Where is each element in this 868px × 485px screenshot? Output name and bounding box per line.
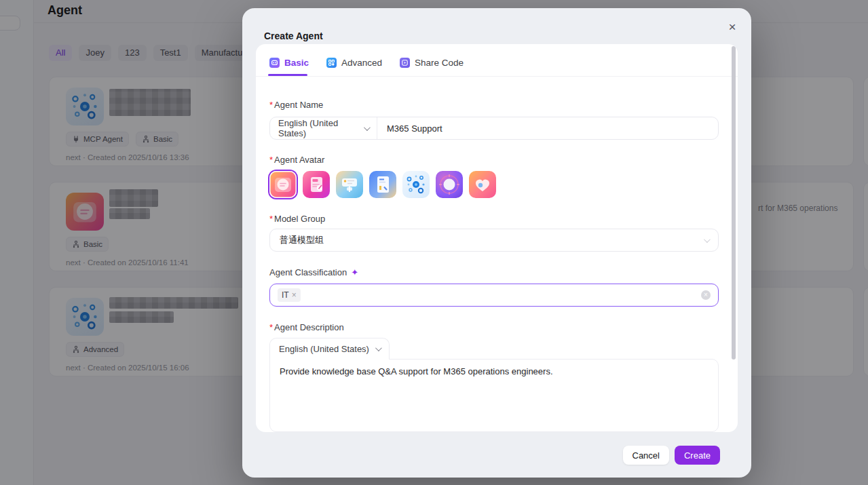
basic-tab-icon (269, 58, 280, 68)
clear-input-icon[interactable]: × (701, 290, 711, 300)
advanced-tab-icon (326, 58, 337, 68)
modal-footer: Cancel Create (623, 446, 721, 465)
avatar-option-chat[interactable] (269, 171, 297, 198)
chevron-down-icon (364, 124, 371, 131)
avatar-options (269, 171, 496, 198)
avatar-option-faq[interactable] (303, 171, 330, 198)
tab-basic[interactable]: Basic (269, 58, 309, 68)
cancel-button[interactable]: Cancel (623, 446, 669, 465)
ai-sparkle-icon[interactable]: ✦ (351, 267, 358, 277)
avatar-option-document[interactable] (369, 171, 396, 198)
model-group-select[interactable]: 普通模型组 (269, 229, 719, 252)
classification-tag-it: IT × (278, 288, 301, 302)
create-agent-modal: Create Agent × Basic Advanced Share Code (242, 8, 751, 478)
close-icon[interactable]: × (724, 19, 740, 35)
create-agent-form: Basic Advanced Share Code *Agent Name (256, 44, 738, 432)
agent-classification-input[interactable]: IT × × (269, 284, 719, 307)
chevron-down-icon (375, 345, 382, 351)
agent-description-label: *Agent Description (269, 322, 344, 332)
agent-description-textarea[interactable]: Provide knowledge base Q&A support for M… (269, 359, 719, 432)
avatar-option-signpost[interactable] (336, 171, 363, 198)
tag-remove-icon[interactable]: × (292, 290, 297, 300)
modal-tabs: Basic Advanced Share Code (269, 58, 464, 68)
chevron-down-icon (704, 236, 711, 243)
modal-title: Create Agent (264, 31, 323, 41)
form-scrollbar[interactable] (732, 46, 736, 360)
share-code-tab-icon (400, 58, 410, 68)
tabs-divider (256, 76, 738, 77)
agent-avatar-label: *Agent Avatar (269, 155, 324, 165)
description-language-select[interactable]: English (United States) (269, 338, 390, 360)
create-button[interactable]: Create (675, 446, 720, 465)
avatar-option-heart[interactable] (469, 171, 496, 198)
avatar-option-orb[interactable] (436, 171, 463, 198)
agent-name-input-group: English (United States) M365 Support (269, 117, 719, 140)
agent-classification-label: Agent Classification ✦ (269, 267, 358, 277)
agent-name-language-select[interactable]: English (United States) (270, 117, 377, 139)
tab-advanced[interactable]: Advanced (326, 58, 382, 68)
agent-name-input[interactable]: M365 Support (377, 123, 442, 134)
tab-share-code[interactable]: Share Code (400, 58, 464, 68)
model-group-label: *Model Group (269, 214, 325, 224)
agent-name-label: *Agent Name (269, 100, 323, 110)
avatar-option-molecule[interactable] (402, 171, 430, 198)
